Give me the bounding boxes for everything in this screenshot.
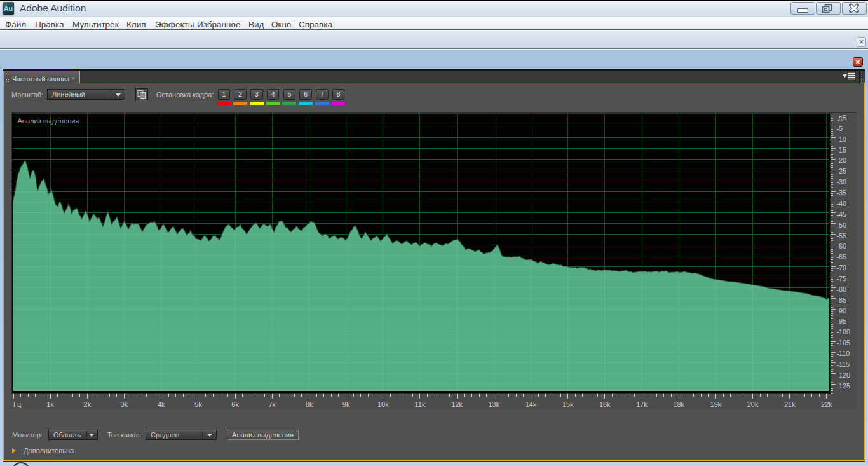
svg-text:-20: -20 [837,156,847,164]
svg-text:20k: 20k [747,401,759,408]
svg-text:-70: -70 [837,264,847,271]
svg-text:-45: -45 [837,210,847,218]
svg-text:-40: -40 [837,200,847,207]
svg-text:-60: -60 [837,242,847,250]
svg-text:Гц: Гц [13,401,22,408]
svg-text:-85: -85 [837,296,847,304]
svg-text:-35: -35 [837,189,847,196]
svg-text:-80: -80 [837,285,847,293]
svg-text:13k: 13k [488,401,499,408]
svg-text:7k: 7k [268,401,276,408]
svg-text:Анализ выделения: Анализ выделения [18,117,79,125]
svg-text:-55: -55 [837,232,847,240]
svg-text:-115: -115 [837,360,850,368]
svg-text:5k: 5k [194,401,202,408]
svg-text:-125: -125 [837,382,851,390]
svg-text:1k: 1k [46,401,54,408]
svg-text:-105: -105 [837,339,851,346]
svg-text:-10: -10 [837,135,847,143]
svg-text:16k: 16k [599,401,611,408]
svg-text:-75: -75 [837,275,847,282]
svg-text:21k: 21k [784,401,796,408]
svg-text:10k: 10k [377,401,389,408]
svg-text:-15: -15 [837,146,847,154]
svg-text:-65: -65 [837,253,847,261]
svg-text:18k: 18k [673,401,684,408]
svg-text:-100: -100 [837,328,851,336]
svg-text:-25: -25 [837,167,847,175]
svg-text:-120: -120 [837,371,851,379]
svg-text:15k: 15k [562,401,574,408]
svg-text:11k: 11k [415,401,426,408]
svg-text:8k: 8k [306,401,313,408]
svg-text:17k: 17k [636,401,648,408]
svg-text:-90: -90 [837,307,847,315]
svg-text:дБ: дБ [838,114,846,121]
svg-text:6k: 6k [231,401,239,408]
svg-text:-95: -95 [837,317,847,325]
svg-text:2k: 2k [84,401,92,408]
svg-text:-5: -5 [837,125,843,132]
svg-text:4k: 4k [158,401,165,408]
svg-text:3k: 3k [121,401,128,408]
svg-text:12k: 12k [451,401,463,408]
svg-text:19k: 19k [710,401,722,408]
svg-text:-50: -50 [837,221,847,229]
svg-text:14k: 14k [526,401,537,408]
svg-text:-30: -30 [837,178,847,186]
svg-text:-110: -110 [837,350,850,357]
svg-text:22k: 22k [821,401,832,408]
svg-text:9k: 9k [342,401,350,408]
